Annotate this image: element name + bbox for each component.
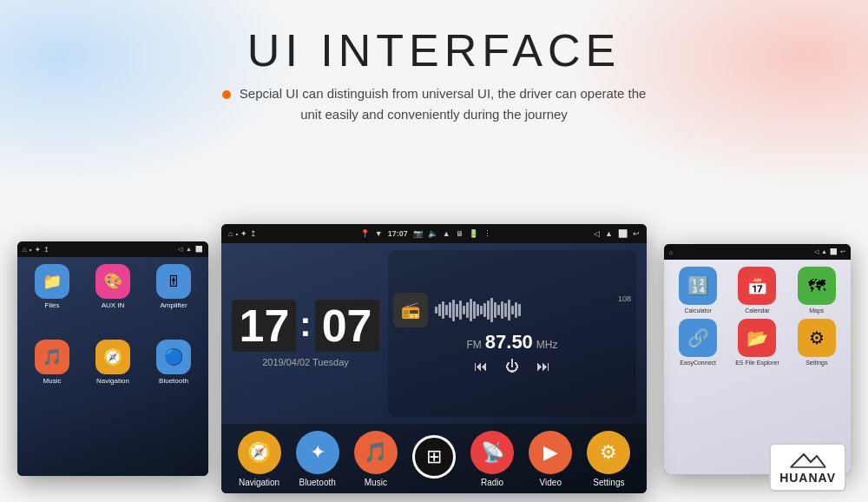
center-status-bar: ⌂ • ✦ ↥ 📍 ▼ 17:07 📷 🔈 ▲ 🖥 🔋 ⋮ ◁ ▲ ⬜ ↩	[221, 224, 647, 243]
center-bt2-icon: ↥	[250, 229, 257, 238]
app-easyconnect[interactable]: 🔗 EasyConnect	[671, 319, 725, 366]
camera-icon: 📷	[413, 229, 423, 238]
bar11	[470, 299, 472, 321]
music-btn[interactable]: 🎵	[354, 431, 398, 474]
app-music-left[interactable]: 🎵 Music	[24, 340, 80, 385]
right-sq-icon[interactable]: ⬜	[830, 248, 838, 255]
screens-container: ⌂ • ✦ ↥ ◁ ▲ ⬜ 📁 Files 🎨 AUX IN 🎚	[0, 198, 868, 502]
bar13	[477, 304, 479, 316]
app-radio[interactable]: 📡 Radio	[470, 431, 514, 487]
bar2	[438, 304, 441, 316]
radio-next-btn[interactable]: ⏭	[536, 359, 550, 374]
bt-icon: ↥	[43, 246, 49, 254]
navigation-btn[interactable]: 🧭	[238, 431, 281, 474]
radio-power-btn[interactable]: ⏻	[505, 359, 519, 374]
radio-freq-row: FM 87.50 MHz	[466, 331, 557, 353]
bluetooth-btn[interactable]: ✦	[296, 431, 339, 474]
radio-prev-btn[interactable]: ⏮	[474, 359, 488, 374]
bar10	[466, 302, 469, 318]
right-home-icon: ⌂	[669, 249, 673, 255]
app-bluetooth-left[interactable]: 🔵 Bluetooth	[146, 340, 201, 385]
bar4	[445, 305, 448, 315]
left-status-icons: ⌂ • ✦ ↥	[23, 246, 49, 254]
bar15	[483, 303, 486, 317]
center-home-icon: ⌂	[228, 229, 233, 238]
radio-btn-label: Radio	[481, 478, 503, 487]
huanav-text: HUANAV	[779, 471, 836, 485]
home-icon: ⌂	[23, 246, 27, 254]
navigation-label: Navigation	[96, 377, 129, 385]
radio-frequency: 87.50	[485, 331, 533, 353]
navigation-icon: 🧭	[95, 340, 130, 374]
subtitle-line1: Sepcial UI can distinguish from universa…	[240, 86, 647, 101]
triangle-icon[interactable]: ▲	[186, 246, 192, 253]
music-btn-label: Music	[365, 478, 387, 487]
app-navigation-left[interactable]: 🧭 Navigation	[85, 340, 141, 385]
app-files[interactable]: 📁 Files	[24, 264, 80, 309]
right-home2-icon[interactable]: ▲	[821, 248, 827, 255]
app-settings[interactable]: ⚙ Settings	[587, 431, 630, 487]
nav-back[interactable]: ◁	[594, 229, 600, 238]
volume-icon: 🔈	[428, 229, 437, 238]
easyconnect-icon: 🔗	[679, 319, 717, 357]
bullet-icon	[222, 86, 240, 101]
square-icon[interactable]: ⬜	[195, 246, 203, 253]
aux-label: AUX IN	[102, 301, 125, 309]
bar6	[452, 300, 455, 321]
bar23	[511, 306, 514, 314]
amplifier-icon: 🎚	[156, 264, 191, 299]
bar25	[518, 304, 521, 316]
grid-btn[interactable]: ⊞	[412, 435, 456, 479]
settings-btn[interactable]: ⚙	[587, 431, 630, 474]
nav-recent[interactable]: ⬜	[618, 229, 628, 238]
app-maps[interactable]: 🗺 Maps	[790, 267, 844, 314]
app-bluetooth[interactable]: ✦ Bluetooth	[296, 431, 339, 487]
nav-close[interactable]: ↩	[633, 229, 640, 238]
clock-section: 17 : 07 2019/04/02 Tuesday	[232, 250, 379, 417]
nav-home[interactable]: ▲	[605, 229, 613, 238]
app-video[interactable]: ▶ Video	[529, 431, 572, 487]
bluetooth-label: Bluetooth	[159, 377, 188, 385]
app-amplifier[interactable]: 🎚 Amplifier	[146, 264, 201, 309]
calculator-label: Calculator	[684, 307, 712, 314]
amplifier-label: Amplifier	[160, 301, 187, 309]
files-label: Files	[45, 301, 60, 309]
app-calculator[interactable]: 🔢 Calculator	[671, 267, 725, 314]
bar3	[442, 301, 444, 319]
radio-fm-label: FM	[466, 339, 481, 351]
center-signal-icon: ✦	[240, 229, 247, 238]
huanav-logo: HUANAV	[769, 443, 846, 492]
radio-btn[interactable]: 📡	[470, 431, 514, 474]
clock-time: 17:07	[388, 229, 408, 238]
bar16	[487, 301, 490, 320]
calendar-label: Calendar	[745, 307, 769, 314]
huanav-mountain-icon	[786, 450, 830, 469]
app-aux[interactable]: 🎨 AUX IN	[85, 264, 141, 309]
bar21	[504, 303, 507, 317]
center-screen: ⌂ • ✦ ↥ 📍 ▼ 17:07 📷 🔈 ▲ 🖥 🔋 ⋮ ◁ ▲ ⬜ ↩	[221, 224, 647, 493]
header-subtitle: Sepcial UI can distinguish from universa…	[0, 83, 868, 125]
app-settings-right[interactable]: ⚙ Settings	[790, 319, 844, 366]
left-screen: ⌂ • ✦ ↥ ◁ ▲ ⬜ 📁 Files 🎨 AUX IN 🎚	[17, 241, 208, 476]
music-icon: 🎵	[35, 340, 69, 374]
app-navigation[interactable]: 🧭 Navigation	[238, 431, 281, 487]
right-back-icon[interactable]: ◁	[814, 248, 819, 255]
dot1: •	[30, 246, 32, 254]
radio-top: 📻	[393, 293, 631, 327]
menu-icon[interactable]: ⋮	[483, 229, 491, 238]
radio-channel-num: 108	[618, 293, 631, 303]
app-calendar[interactable]: 📅 Calendar	[730, 267, 784, 314]
right-status-left: ⌂	[669, 249, 673, 255]
back-icon[interactable]: ◁	[178, 246, 182, 253]
bar24	[515, 302, 517, 318]
center-time: 📍 ▼ 17:07 📷 🔈 ▲ 🖥 🔋 ⋮	[360, 229, 491, 238]
app-music[interactable]: 🎵 Music	[354, 431, 398, 487]
center-body: 17 : 07 2019/04/02 Tuesday 📻	[221, 243, 647, 493]
video-btn[interactable]: ▶	[529, 431, 572, 474]
app-es-file-explorer[interactable]: 📂 ES File Explorer	[730, 319, 784, 366]
app-grid[interactable]: ⊞	[412, 435, 456, 482]
right-close-icon[interactable]: ↩	[840, 248, 845, 255]
maps-icon: 🗺	[798, 267, 836, 305]
header-section: UI INTERFACE Sepcial UI can distinguish …	[0, 0, 868, 125]
files-icon: 📁	[35, 264, 69, 299]
